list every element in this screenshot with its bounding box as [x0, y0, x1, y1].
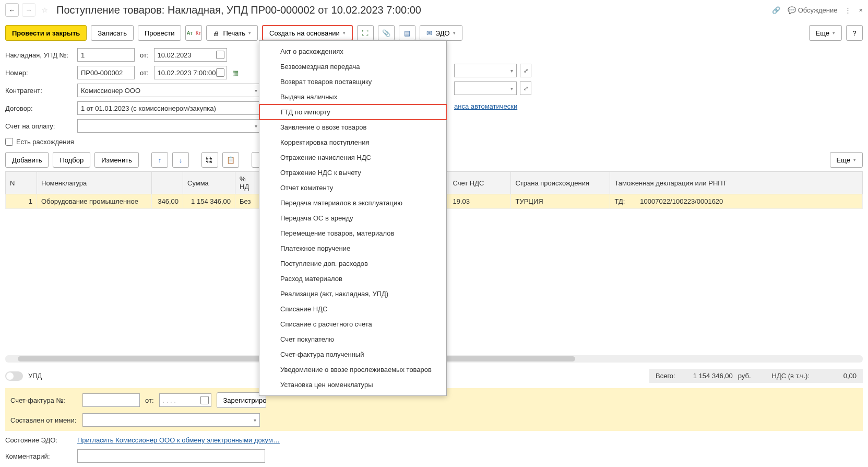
dtct-icon-button[interactable]: АтКт [185, 25, 202, 41]
counterparty-input[interactable]: Комиссионер ООО [77, 84, 261, 97]
org-open-button[interactable]: ⤢ [520, 64, 531, 77]
currency-label: руб. [738, 372, 751, 380]
comment-label: Комментарий: [5, 452, 72, 460]
related-icon-button[interactable]: ⛶ [357, 25, 374, 41]
create-based-on-button[interactable]: Создать на основании▾ [262, 25, 353, 41]
menu-item[interactable]: Выдача наличных [259, 89, 446, 104]
menu-item[interactable]: Отражение НДС к вычету [259, 165, 446, 180]
nav-forward-button[interactable]: → [22, 3, 35, 17]
sf-no-label: Счет-фактура №: [10, 396, 77, 404]
upd-label: УПД [28, 372, 42, 380]
create-based-on-menu: Акт о расхождениях Безвозмездная передач… [259, 40, 447, 396]
invoice-payment-label: Счет на оплату: [5, 122, 72, 130]
list-icon-button[interactable]: ▤ [399, 25, 415, 41]
calendar-status-icon[interactable]: ▦ [232, 69, 239, 77]
upd-toggle[interactable] [5, 371, 23, 381]
menu-item[interactable]: Возврат товаров поставщику [259, 74, 446, 89]
paste-button[interactable]: 📋 [222, 152, 239, 168]
menu-item[interactable]: Установка цен номенклатуры [259, 377, 446, 392]
move-down-button[interactable]: ↓ [172, 152, 189, 168]
edo-state-label: Состояние ЭДО: [5, 436, 72, 444]
auto-advance-link[interactable]: анса автоматически [454, 102, 517, 110]
menu-item[interactable]: Корректировка поступления [259, 135, 446, 150]
menu-item[interactable]: Отражение начисления НДС [259, 150, 446, 165]
post-and-close-button[interactable]: Провести и закрыть [5, 25, 87, 41]
menu-item[interactable]: Счет покупателю [259, 332, 446, 347]
number-datetime-input[interactable]: 10.02.2023 7:00:00 [154, 66, 227, 79]
menu-item[interactable]: Реализация (акт, накладная, УПД) [259, 286, 446, 301]
total-label: Всего: [656, 372, 675, 380]
kebab-icon[interactable]: ⋮ [845, 6, 851, 14]
menu-item[interactable]: Безвозмездная передача [259, 59, 446, 74]
vat-value: 0,00 [815, 372, 857, 380]
post-button[interactable]: Провести [138, 25, 182, 41]
discrepancy-label: Есть расхождения [16, 138, 74, 146]
col-sum[interactable]: Сумма [183, 172, 235, 194]
menu-item[interactable]: Акт о расхождениях [259, 44, 446, 59]
menu-item[interactable]: Расход материалов [259, 271, 446, 286]
more-button[interactable]: Еще▾ [809, 25, 842, 41]
copy-button[interactable]: ⿻ [201, 152, 218, 168]
attachment-icon-button[interactable]: 📎 [378, 25, 395, 41]
comment-input[interactable] [77, 449, 265, 463]
composed-label: Составлен от имени: [10, 416, 77, 424]
invoice-no-input[interactable]: 1 [77, 48, 135, 62]
menu-item[interactable]: Заявление о ввозе товаров [259, 120, 446, 135]
discuss-button[interactable]: 💬 Обсуждение [788, 6, 837, 14]
help-button[interactable]: ? [846, 25, 863, 41]
col-n[interactable]: N [6, 172, 37, 194]
menu-item[interactable]: Счет-фактура полученный [259, 347, 446, 362]
send-icon: ✉ [426, 29, 432, 37]
menu-item-gtd-import[interactable]: ГТД по импорту [259, 104, 447, 120]
menu-item[interactable]: Уведомление о ввозе прослеживаемых товар… [259, 362, 446, 377]
menu-item[interactable]: Отчет комитенту [259, 180, 446, 195]
menu-item[interactable]: Передача материалов в эксплуатацию [259, 195, 446, 211]
number-label: Номер: [5, 69, 72, 77]
add-row-button[interactable]: Добавить [5, 152, 49, 168]
col-origin[interactable]: Страна происхождения [511, 172, 610, 194]
menu-item[interactable]: Передача ОС в аренду [259, 211, 446, 226]
counterparty-label: Контрагент: [5, 87, 72, 95]
from-label-1: от: [140, 51, 149, 59]
sf-no-input[interactable] [82, 393, 140, 407]
move-up-button[interactable]: ↑ [151, 152, 168, 168]
sf-date-input[interactable]: . . . . [159, 393, 211, 407]
discrepancy-checkbox[interactable] [5, 138, 13, 146]
total-value: 1 154 346,00 [681, 372, 733, 380]
invoice-label: Накладная, УПД №: [5, 51, 72, 59]
print-button[interactable]: 🖨Печать▾ [206, 25, 258, 41]
sf-from-label: от: [145, 396, 154, 404]
warehouse-dropdown[interactable] [454, 81, 517, 95]
from-label-2: от: [140, 69, 149, 77]
invoice-date-input[interactable]: 10.02.2023 [154, 48, 227, 62]
table-more-button[interactable]: Еще▾ [830, 152, 863, 168]
favorite-icon[interactable]: ☆ [39, 4, 51, 16]
org-dropdown[interactable] [454, 64, 517, 77]
menu-item[interactable]: Перемещение товаров, материалов [259, 226, 446, 241]
col-vat-pct[interactable]: % НД [235, 172, 255, 194]
menu-item[interactable]: Списание НДС [259, 301, 446, 317]
number-input[interactable]: ПР00-000002 [77, 66, 135, 79]
nav-back-button[interactable]: ← [5, 3, 19, 17]
composed-input[interactable] [82, 413, 260, 427]
menu-item[interactable]: Списание с расчетного счета [259, 317, 446, 332]
col-vat-account[interactable]: Счет НДС [448, 172, 511, 194]
link-icon[interactable]: 🔗 [772, 6, 780, 14]
edo-button[interactable]: ✉ЭДО▾ [420, 25, 462, 41]
close-icon[interactable]: × [859, 6, 863, 14]
pick-button[interactable]: Подбор [53, 152, 90, 168]
col-customs[interactable]: Таможенная декларация или РНПТ [610, 172, 863, 194]
invoice-payment-input[interactable] [77, 119, 261, 133]
menu-item[interactable]: Платежное поручение [259, 241, 446, 256]
warehouse-open-button[interactable]: ⤢ [520, 81, 531, 95]
printer-icon: 🖨 [213, 29, 220, 37]
change-button[interactable]: Изменить [94, 152, 139, 168]
page-title: Поступление товаров: Накладная, УПД ПР00… [56, 4, 769, 16]
col-nomenclature[interactable]: Номенклатура [37, 172, 152, 194]
col-qty[interactable] [152, 172, 183, 194]
edo-invite-link[interactable]: Пригласить Комиссионер ООО к обмену элек… [77, 436, 280, 444]
menu-item[interactable]: Поступление доп. расходов [259, 256, 446, 271]
contract-input[interactable]: 1 от 01.01.2023 (с комиссионером/закупка… [77, 101, 270, 115]
write-button[interactable]: Записать [91, 25, 134, 41]
vat-label: НДС (в т.ч.): [772, 372, 810, 380]
